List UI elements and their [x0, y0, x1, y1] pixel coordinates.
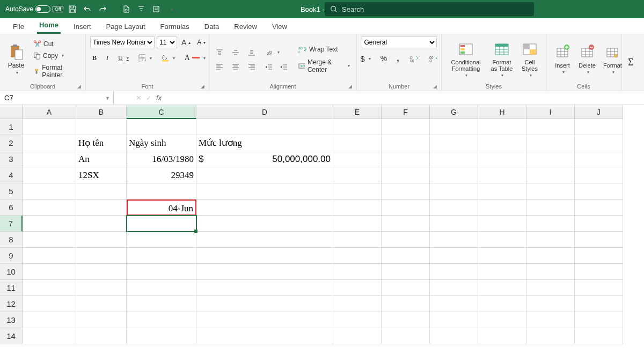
cell-F2[interactable]	[382, 135, 430, 151]
cell-A4[interactable]	[23, 167, 76, 183]
cell-G6[interactable]	[430, 200, 478, 216]
cell-E8[interactable]	[333, 232, 382, 248]
align-middle-icon[interactable]	[230, 48, 241, 57]
cell-J11[interactable]	[575, 280, 623, 296]
cell-G1[interactable]	[430, 119, 478, 135]
cell-H6[interactable]	[478, 200, 526, 216]
cell-F9[interactable]	[382, 248, 430, 264]
cell-A5[interactable]	[23, 183, 76, 200]
tab-file[interactable]: File	[11, 19, 26, 34]
percent-format-button[interactable]: %	[378, 53, 389, 64]
cell-D6[interactable]	[196, 200, 333, 216]
cell-D7[interactable]	[196, 216, 333, 232]
cell-J4[interactable]	[575, 167, 623, 183]
row-header-14[interactable]: 14	[0, 328, 23, 344]
cell-A13[interactable]	[23, 312, 76, 328]
cell-E5[interactable]	[333, 183, 382, 200]
cell-D8[interactable]	[196, 232, 333, 248]
cell-H3[interactable]	[478, 151, 526, 167]
cell-H12[interactable]	[478, 296, 526, 312]
cell-I12[interactable]	[526, 296, 575, 312]
cell-J14[interactable]	[575, 328, 623, 344]
tab-data[interactable]: Data	[202, 19, 221, 34]
row-header-11[interactable]: 11	[0, 280, 23, 296]
col-header-H[interactable]: H	[478, 105, 526, 119]
tab-insert[interactable]: Insert	[71, 19, 93, 34]
cell-H9[interactable]	[478, 248, 526, 264]
cell-B8[interactable]	[76, 232, 127, 248]
cell-I4[interactable]	[526, 167, 575, 183]
cell-H11[interactable]	[478, 280, 526, 296]
row-header-12[interactable]: 12	[0, 296, 23, 312]
name-box[interactable]: ▼	[0, 91, 114, 105]
col-header-I[interactable]: I	[526, 105, 575, 119]
cell-H13[interactable]	[478, 312, 526, 328]
cell-A6[interactable]	[23, 200, 76, 216]
cell-E11[interactable]	[333, 280, 382, 296]
cell-J8[interactable]	[575, 232, 623, 248]
cell-C4[interactable]: 29349	[127, 167, 196, 183]
cell-B1[interactable]	[76, 119, 127, 135]
row-header-2[interactable]: 2	[0, 135, 23, 151]
cell-B5[interactable]	[76, 183, 127, 200]
cell-B12[interactable]	[76, 296, 127, 312]
worksheet-grid[interactable]: ABCDEFGHIJ 1234567891011121314 Họ tênNgà…	[0, 105, 644, 362]
cell-F6[interactable]	[382, 200, 430, 216]
col-header-C[interactable]: C	[127, 105, 196, 119]
qat-filter-icon[interactable]	[135, 3, 147, 15]
cell-J12[interactable]	[575, 296, 623, 312]
cell-G4[interactable]	[430, 167, 478, 183]
cell-F14[interactable]	[382, 328, 430, 344]
cell-C11[interactable]	[127, 280, 196, 296]
cell-C3[interactable]: 16/03/1980	[127, 151, 196, 167]
borders-button[interactable]	[136, 53, 154, 63]
tab-page-layout[interactable]: Page Layout	[104, 19, 148, 34]
col-header-J[interactable]: J	[575, 105, 623, 119]
cell-D5[interactable]	[196, 183, 333, 200]
cell-B9[interactable]	[76, 248, 127, 264]
fill-handle[interactable]	[194, 230, 197, 233]
cell-C12[interactable]	[127, 296, 196, 312]
wrap-text-button[interactable]: abcWrap Text	[296, 45, 352, 54]
font-color-button[interactable]: A	[182, 53, 208, 63]
cell-F4[interactable]	[382, 167, 430, 183]
cell-F7[interactable]	[382, 216, 430, 232]
alignment-launcher-icon[interactable]: ◢	[348, 84, 352, 89]
cell-G8[interactable]	[430, 232, 478, 248]
row-header-5[interactable]: 5	[0, 183, 23, 200]
paste-button[interactable]: Paste	[4, 42, 28, 76]
cell-A14[interactable]	[23, 328, 76, 344]
cell-H7[interactable]	[478, 216, 526, 232]
cell-B7[interactable]	[76, 216, 127, 232]
decrease-font-icon[interactable]: A▾	[195, 38, 208, 47]
cell-J9[interactable]	[575, 248, 623, 264]
col-header-G[interactable]: G	[430, 105, 478, 119]
cell-A12[interactable]	[23, 296, 76, 312]
align-right-icon[interactable]	[246, 62, 258, 71]
increase-indent-icon[interactable]	[278, 62, 290, 72]
cell-D9[interactable]	[196, 248, 333, 264]
cell-C2[interactable]: Ngày sinh	[127, 135, 196, 151]
col-header-D[interactable]: D	[196, 105, 333, 119]
cell-D10[interactable]	[196, 264, 333, 280]
cell-H10[interactable]	[478, 264, 526, 280]
format-as-table-button[interactable]: Format as Table	[487, 40, 517, 79]
cell-F12[interactable]	[382, 296, 430, 312]
cell-G12[interactable]	[430, 296, 478, 312]
tab-home[interactable]: Home	[37, 18, 61, 34]
row-header-3[interactable]: 3	[0, 151, 23, 167]
italic-button[interactable]: I	[104, 53, 111, 63]
col-header-F[interactable]: F	[382, 105, 430, 119]
cell-A8[interactable]	[23, 232, 76, 248]
row-header-9[interactable]: 9	[0, 248, 23, 264]
delete-cells-button[interactable]: Delete	[575, 43, 599, 76]
cell-F10[interactable]	[382, 264, 430, 280]
cell-I9[interactable]	[526, 248, 575, 264]
autosave-toggle[interactable]: AutoSave Off	[5, 5, 63, 13]
cell-H4[interactable]	[478, 167, 526, 183]
cancel-formula-icon[interactable]: ✕	[136, 94, 142, 102]
cell-A1[interactable]	[23, 119, 76, 135]
tab-review[interactable]: Review	[232, 19, 259, 34]
cell-G14[interactable]	[430, 328, 478, 344]
cell-E3[interactable]	[333, 151, 382, 167]
